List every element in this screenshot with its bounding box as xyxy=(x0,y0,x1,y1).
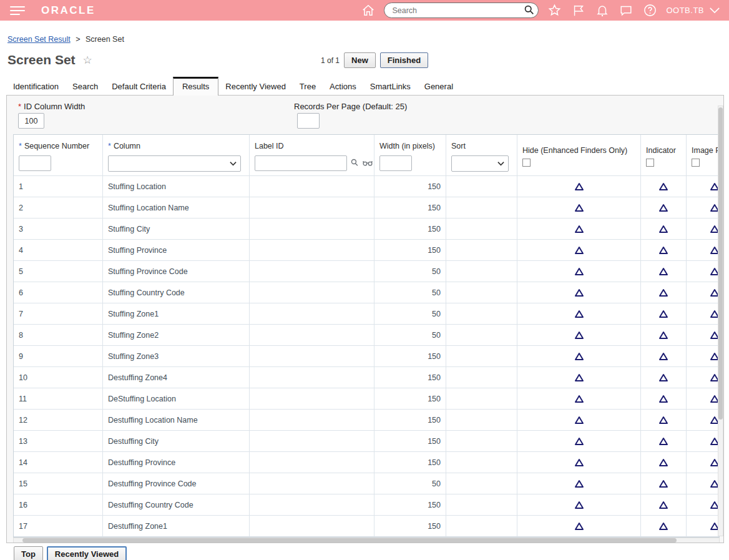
cell-indicator[interactable] xyxy=(641,325,687,345)
tab-general[interactable]: General xyxy=(418,78,460,95)
cell-hide[interactable] xyxy=(517,197,641,218)
tab-smartlinks[interactable]: SmartLinks xyxy=(363,78,418,95)
cell-indicator[interactable] xyxy=(641,282,687,303)
table-row[interactable]: 14 Destuffing Province 150 xyxy=(14,452,719,473)
cell-hide[interactable] xyxy=(517,452,641,473)
column-filter-select[interactable] xyxy=(108,155,241,172)
search-input[interactable]: Search xyxy=(384,2,539,18)
indicator-filter-checkbox[interactable] xyxy=(646,159,654,167)
help-icon[interactable] xyxy=(643,3,657,17)
cell-indicator[interactable] xyxy=(641,219,687,239)
cell-hide[interactable] xyxy=(517,240,641,260)
home-icon[interactable] xyxy=(361,4,375,17)
cell-hide[interactable] xyxy=(517,176,641,197)
tab-default-criteria[interactable]: Default Criteria xyxy=(105,78,173,95)
cell-indicator[interactable] xyxy=(641,240,687,260)
cell-image[interactable] xyxy=(687,325,720,345)
cell-image[interactable] xyxy=(687,452,720,473)
breadcrumb-link[interactable]: Screen Set Result xyxy=(7,35,71,44)
table-row[interactable]: 17 Destuffing Zone1 150 xyxy=(14,516,719,537)
horizontal-scrollbar-thumb[interactable] xyxy=(22,538,677,543)
table-row[interactable]: 8 Stuffing Zone2 50 xyxy=(14,325,719,346)
notifications-bell-icon[interactable] xyxy=(595,3,609,17)
search-icon[interactable] xyxy=(524,4,534,17)
finished-button[interactable]: Finished xyxy=(380,52,428,68)
tab-identification[interactable]: Identification xyxy=(6,78,66,95)
table-row[interactable]: 1 Stuffing Location 150 xyxy=(14,176,719,197)
cell-indicator[interactable] xyxy=(641,473,687,494)
table-row[interactable]: 7 Stuffing Zone1 50 xyxy=(14,303,719,325)
cell-image[interactable] xyxy=(687,410,720,430)
hide-filter-checkbox[interactable] xyxy=(522,159,531,167)
cell-image[interactable] xyxy=(687,367,720,388)
table-row[interactable]: 9 Stuffing Zone3 150 xyxy=(14,346,719,367)
top-button[interactable]: Top xyxy=(14,546,43,560)
table-row[interactable]: 3 Stuffing City 150 xyxy=(14,219,719,240)
cell-image[interactable] xyxy=(687,346,720,366)
table-row[interactable]: 6 Stuffing Country Code 50 xyxy=(14,282,719,303)
cell-hide[interactable] xyxy=(517,325,641,345)
table-row[interactable]: 16 Destuffing Country Code 150 xyxy=(14,494,719,516)
chevron-down-icon[interactable] xyxy=(709,7,720,14)
flag-icon[interactable] xyxy=(572,4,585,17)
cell-image[interactable] xyxy=(687,219,720,239)
cell-hide[interactable] xyxy=(517,410,641,430)
chat-icon[interactable] xyxy=(619,4,633,17)
tab-results[interactable]: Results xyxy=(173,77,218,96)
width-filter-input[interactable] xyxy=(379,155,412,171)
sequence-number-filter-input[interactable] xyxy=(19,155,51,171)
table-row[interactable]: 13 Destuffing City 150 xyxy=(14,431,719,452)
cell-hide[interactable] xyxy=(517,388,641,409)
cell-hide[interactable] xyxy=(517,473,641,494)
table-row[interactable]: 5 Stuffing Province Code 50 xyxy=(14,261,719,282)
cell-indicator[interactable] xyxy=(641,261,687,282)
cell-image[interactable] xyxy=(687,303,720,324)
cell-image[interactable] xyxy=(687,494,720,515)
hamburger-menu-icon[interactable] xyxy=(10,6,25,15)
favorites-star-icon[interactable] xyxy=(547,3,562,17)
cell-indicator[interactable] xyxy=(641,388,687,409)
cell-indicator[interactable] xyxy=(641,367,687,388)
table-row[interactable]: 2 Stuffing Location Name 150 xyxy=(14,197,719,219)
tab-actions[interactable]: Actions xyxy=(323,78,363,95)
cell-hide[interactable] xyxy=(517,516,641,536)
cell-indicator[interactable] xyxy=(641,176,687,197)
cell-hide[interactable] xyxy=(517,431,641,451)
table-row[interactable]: 4 Stuffing Province 150 xyxy=(14,240,719,261)
table-row[interactable]: 11 DeStuffing Location 150 xyxy=(14,388,719,410)
favorite-star-icon[interactable]: ☆ xyxy=(83,54,92,67)
cell-image[interactable] xyxy=(687,261,720,282)
cell-image[interactable] xyxy=(687,516,720,536)
tab-search[interactable]: Search xyxy=(66,78,105,95)
label-id-finder-glasses-icon[interactable] xyxy=(362,159,373,169)
tab-tree[interactable]: Tree xyxy=(293,78,323,95)
cell-indicator[interactable] xyxy=(641,410,687,430)
cell-image[interactable] xyxy=(687,176,720,197)
horizontal-scrollbar[interactable] xyxy=(13,538,720,543)
cell-image[interactable] xyxy=(687,431,720,451)
cell-hide[interactable] xyxy=(517,261,641,282)
cell-hide[interactable] xyxy=(517,303,641,324)
user-menu-label[interactable]: OOTB.TB xyxy=(666,6,704,15)
label-id-filter-input[interactable] xyxy=(255,155,347,171)
cell-indicator[interactable] xyxy=(641,516,687,536)
vertical-scrollbar-thumb[interactable] xyxy=(718,107,723,420)
cell-hide[interactable] xyxy=(517,219,641,239)
label-id-lookup-icon[interactable] xyxy=(350,158,359,169)
sort-filter-select[interactable] xyxy=(451,155,509,172)
tab-recently-viewed[interactable]: Recently Viewed xyxy=(218,78,293,95)
cell-indicator[interactable] xyxy=(641,346,687,366)
table-row[interactable]: 15 Destuffing Province Code 50 xyxy=(14,473,719,494)
cell-image[interactable] xyxy=(687,240,720,260)
cell-indicator[interactable] xyxy=(641,431,687,451)
cell-image[interactable] xyxy=(687,197,720,218)
table-row[interactable]: 12 Destuffing Location Name 150 xyxy=(14,410,719,431)
cell-hide[interactable] xyxy=(517,367,641,388)
cell-image[interactable] xyxy=(687,388,720,409)
cell-indicator[interactable] xyxy=(641,303,687,324)
new-button[interactable]: New xyxy=(344,52,376,68)
cell-hide[interactable] xyxy=(517,494,641,515)
cell-indicator[interactable] xyxy=(641,197,687,218)
recently-viewed-button[interactable]: Recently Viewed xyxy=(47,546,127,560)
cell-indicator[interactable] xyxy=(641,494,687,515)
